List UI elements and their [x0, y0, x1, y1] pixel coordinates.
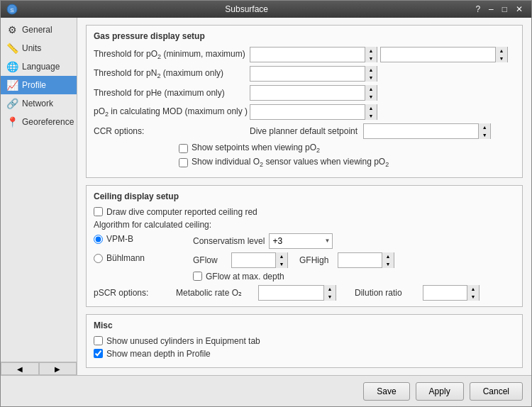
dilution-spinbox-btns: ▲ ▼	[467, 285, 479, 301]
metabolic-spinbox[interactable]: 0.720ℓ/min ▲ ▼	[258, 285, 336, 301]
metabolic-up-button[interactable]: ▲	[324, 285, 336, 293]
dive-planner-label: Dive planner default setpoint	[250, 126, 358, 136]
dive-planner-spinbox[interactable]: 1.10bar ▲ ▼	[363, 123, 491, 139]
sidebar-label-units: Units	[22, 43, 41, 53]
draw-ceiling-label: Draw dive computer reported ceiling red	[106, 207, 257, 217]
show-unused-checkbox[interactable]	[94, 336, 103, 345]
sidebar-item-network[interactable]: 🔗 Network	[1, 94, 77, 113]
draw-ceiling-row: Draw dive computer reported ceiling red	[94, 207, 515, 217]
cancel-button[interactable]: Cancel	[470, 382, 523, 401]
show-unused-label: Show unused cylinders in Equipment tab	[106, 336, 260, 346]
threshold-pn2-spinbox[interactable]: 4.00bar ▲ ▼	[250, 66, 377, 82]
po2-min-up-button[interactable]: ▲	[365, 47, 377, 55]
vpmb-row: VPM-B Conservatism level +3 +2 +1 0 ▼	[94, 233, 515, 249]
ccr-label: CCR options:	[94, 126, 250, 136]
pscr-label: pSCR options:	[94, 288, 165, 298]
show-mean-checkbox[interactable]	[94, 349, 103, 358]
gflow-max-label: GFlow at max. depth	[206, 272, 284, 281]
dilution-down-button[interactable]: ▼	[467, 293, 479, 301]
po2-mod-spinbox-btns: ▲ ▼	[365, 104, 377, 120]
show-setpoints-checkbox[interactable]	[179, 144, 188, 153]
dilution-up-button[interactable]: ▲	[467, 285, 479, 293]
profile-icon: 📈	[6, 79, 18, 91]
dilution-spinbox[interactable]: 1:10 ▲ ▼	[423, 285, 480, 301]
gflow-label: GFlow	[193, 255, 228, 265]
dive-planner-up-button[interactable]: ▲	[479, 123, 490, 131]
threshold-po2-max-input[interactable]: 1.60bar	[381, 48, 495, 62]
dive-planner-spinbox-btns: ▲ ▼	[478, 123, 490, 139]
threshold-phe-spinbox[interactable]: 13.00bar ▲ ▼	[250, 85, 377, 101]
gflow-up-button[interactable]: ▲	[276, 252, 287, 260]
show-setpoints-label: Show setpoints when viewing pO2	[192, 143, 320, 154]
po2-mod-up-button[interactable]: ▲	[365, 104, 377, 112]
sidebar-label-general: General	[22, 25, 52, 35]
save-button[interactable]: Save	[363, 382, 409, 401]
metabolic-down-button[interactable]: ▼	[324, 293, 336, 301]
title-bar: S Subsurface ? – □ ✕	[1, 1, 531, 18]
metabolic-input[interactable]: 0.720ℓ/min	[259, 286, 323, 300]
units-icon: 📏	[6, 43, 18, 54]
gflow-max-checkbox[interactable]	[193, 272, 202, 281]
sidebar-scroll: ◀ ▶	[1, 362, 77, 375]
pn2-down-button[interactable]: ▼	[365, 74, 377, 82]
phe-down-button[interactable]: ▼	[365, 93, 377, 101]
sidebar-item-profile[interactable]: 📈 Profile	[1, 76, 77, 94]
sidebar-label-georeference: Georeference	[22, 117, 74, 127]
sidebar-item-units[interactable]: 📏 Units	[1, 39, 77, 57]
sidebar-item-georeference[interactable]: 📍 Georeference	[1, 113, 77, 131]
conservatism-arrow-icon: ▼	[322, 238, 332, 244]
title-bar-left: S	[6, 4, 21, 15]
apply-button[interactable]: Apply	[416, 382, 464, 401]
po2-mod-input[interactable]: 1.60bar	[250, 105, 365, 119]
phe-up-button[interactable]: ▲	[365, 85, 377, 93]
scroll-left-button[interactable]: ◀	[1, 362, 39, 375]
close-button[interactable]: ✕	[513, 4, 526, 14]
conservatism-select[interactable]: +3 +2 +1 0	[270, 234, 322, 248]
dilution-label: Dilution ratio	[355, 288, 411, 298]
threshold-po2-min-input[interactable]: 0.16bar	[250, 48, 365, 62]
scroll-right-button[interactable]: ▶	[39, 362, 77, 375]
show-unused-row: Show unused cylinders in Equipment tab	[94, 336, 515, 346]
threshold-po2-max-spinbox[interactable]: 1.60bar ▲ ▼	[380, 47, 508, 62]
minimize-button[interactable]: –	[486, 4, 497, 14]
buhlmann-radio[interactable]	[94, 254, 103, 263]
maximize-button[interactable]: □	[499, 4, 510, 14]
threshold-pn2-input[interactable]: 4.00bar	[250, 67, 365, 81]
po2-max-down-button[interactable]: ▼	[496, 55, 507, 62]
dive-planner-input[interactable]: 1.10bar	[364, 124, 478, 138]
gfhigh-spinbox[interactable]: 70% ▲ ▼	[338, 252, 394, 268]
pn2-up-button[interactable]: ▲	[365, 66, 377, 74]
po2-mod-spinbox[interactable]: 1.60bar ▲ ▼	[250, 104, 377, 120]
show-individual-label: Show individual O2 sensor values when vi…	[192, 157, 389, 168]
sidebar-label-language: Language	[22, 62, 60, 72]
gflow-input[interactable]: 25%	[232, 253, 275, 267]
draw-ceiling-checkbox[interactable]	[94, 207, 103, 216]
gfhigh-down-button[interactable]: ▼	[382, 260, 394, 268]
gflow-down-button[interactable]: ▼	[276, 260, 287, 268]
show-individual-row: Show individual O2 sensor values when vi…	[179, 157, 515, 168]
po2-mod-label: pO2 in calculating MOD (maximum only )	[94, 106, 250, 118]
dilution-input[interactable]: 1:10	[423, 286, 467, 300]
po2-mod-row: pO2 in calculating MOD (maximum only ) 1…	[94, 104, 515, 120]
gflow-spinbox[interactable]: 25% ▲ ▼	[231, 252, 288, 268]
pscr-row: pSCR options: Metabolic rate O₂ 0.720ℓ/m…	[94, 285, 515, 301]
gear-icon: ⚙	[6, 24, 18, 35]
threshold-phe-input[interactable]: 13.00bar	[250, 86, 365, 100]
po2-min-down-button[interactable]: ▼	[365, 55, 377, 62]
conservatism-combo[interactable]: +3 +2 +1 0 ▼	[269, 233, 333, 249]
po2-max-spinbox-btns: ▲ ▼	[495, 47, 507, 62]
po2-max-up-button[interactable]: ▲	[496, 47, 507, 55]
sidebar-item-general[interactable]: ⚙ General	[1, 21, 77, 39]
sidebar-item-language[interactable]: 🌐 Language	[1, 57, 77, 76]
vpmb-label: VPM-B	[106, 234, 133, 244]
gfhigh-up-button[interactable]: ▲	[382, 252, 394, 260]
dive-planner-down-button[interactable]: ▼	[479, 131, 490, 139]
vpmb-radio[interactable]	[94, 235, 103, 244]
conservatism-label: Conservatism level	[193, 236, 265, 246]
help-button[interactable]: ?	[472, 4, 483, 14]
po2-mod-down-button[interactable]: ▼	[365, 112, 377, 120]
gfhigh-input[interactable]: 70%	[338, 253, 382, 267]
show-individual-checkbox[interactable]	[179, 158, 188, 167]
threshold-pn2-label: Threshold for pN2 (maximum only)	[94, 68, 250, 79]
threshold-po2-min-spinbox[interactable]: 0.16bar ▲ ▼	[250, 47, 377, 62]
